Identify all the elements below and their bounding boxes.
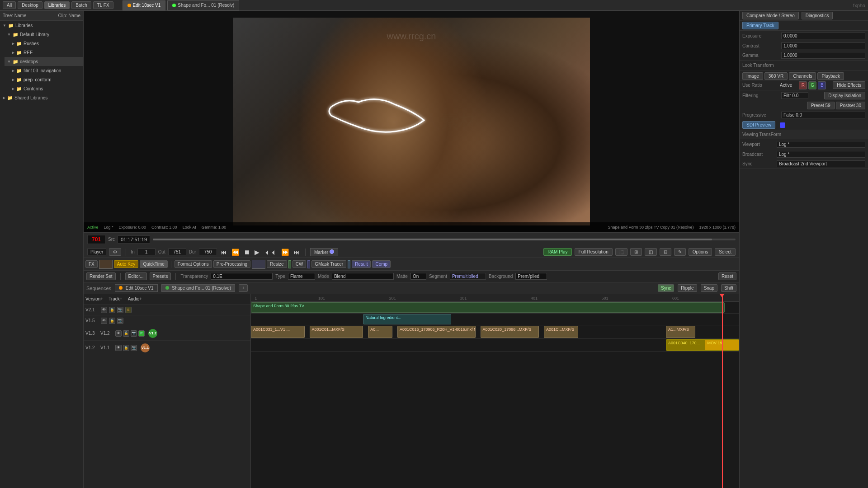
- timeline-tab-shape[interactable]: Shape and Fo... 01 (Resolve): [161, 284, 235, 292]
- options-btn[interactable]: Options: [689, 248, 712, 256]
- sidebar-item-shared-libs[interactable]: ▶ 📁 Shared Libraries: [0, 93, 83, 102]
- timeline-tab-edit[interactable]: Edit 10sec V1: [115, 284, 158, 292]
- sync-btn[interactable]: Sync: [658, 284, 674, 292]
- track-cam-btn[interactable]: 📷: [131, 345, 137, 351]
- compare-mode-btn[interactable]: Compare Mode / Stereo: [742, 12, 799, 19]
- stop-btn[interactable]: ⏹: [243, 249, 251, 255]
- out-value[interactable]: 751: [168, 249, 186, 255]
- workspace-libraries[interactable]: Libraries: [44, 1, 70, 9]
- audio-plus-label[interactable]: Audio+: [128, 296, 142, 301]
- clip-a001c033[interactable]: A001C033_1...V1 ...: [251, 326, 305, 338]
- ram-play-btn[interactable]: RAM Play: [543, 248, 571, 256]
- track-eye-btn[interactable]: 👁: [115, 345, 122, 351]
- tab-shape-form[interactable]: Shape and Fo... 01 (Resolv): [167, 0, 239, 10]
- version-label[interactable]: Version+: [85, 296, 103, 301]
- fx-btn[interactable]: FX: [85, 260, 98, 268]
- progressive-input[interactable]: [781, 112, 865, 118]
- track-cam-btn[interactable]: 📷: [117, 307, 123, 313]
- sdi-preview-btn[interactable]: SDI Preview: [742, 121, 775, 129]
- workspace-tlfx[interactable]: TL FX: [93, 1, 113, 9]
- channels-btn[interactable]: Channels: [789, 72, 816, 80]
- image-btn[interactable]: Image: [742, 72, 763, 80]
- format-options-btn[interactable]: Format Options: [175, 260, 212, 268]
- contrast-input[interactable]: 1.0000: [781, 42, 865, 49]
- transport-view-btn[interactable]: ◫: [645, 248, 657, 256]
- hide-effects-btn[interactable]: Hide Effects: [833, 81, 865, 89]
- go-to-start-btn[interactable]: ⏮: [220, 249, 228, 255]
- workspace-all[interactable]: All: [3, 1, 16, 9]
- render-set-btn[interactable]: Render Set: [86, 272, 116, 280]
- mode-input[interactable]: Blend: [332, 273, 394, 280]
- next-frame-btn[interactable]: ⏩: [280, 249, 290, 255]
- gmask-tracer-btn[interactable]: GMask Tracer: [311, 260, 346, 268]
- pre-processing-btn[interactable]: Pre-Processing: [213, 260, 250, 268]
- track-p-btn[interactable]: P: [138, 330, 145, 337]
- track-lock-btn[interactable]: 🔒: [109, 318, 115, 324]
- gamma-input[interactable]: 1.0000: [781, 52, 865, 59]
- primary-track-btn[interactable]: Primary Track: [742, 22, 778, 29]
- play-btn[interactable]: ▶: [254, 249, 260, 255]
- auto-key-btn[interactable]: Auto Key: [114, 260, 139, 268]
- transparency-input[interactable]: 0.1E: [211, 273, 273, 280]
- go-to-end-btn[interactable]: ⏭: [292, 249, 301, 255]
- editor-btn[interactable]: Editor...: [125, 272, 147, 280]
- sync-input[interactable]: Broadcast 2nd Viewport: [777, 160, 865, 167]
- track-eye-btn[interactable]: 👁: [101, 318, 107, 324]
- track-eye-btn[interactable]: 👁: [115, 330, 122, 337]
- prev-frame-btn[interactable]: ⏪: [231, 249, 240, 255]
- background-input[interactable]: Prem/plied: [515, 273, 547, 280]
- track-plus-label[interactable]: Track+: [108, 296, 122, 301]
- track-lock-btn[interactable]: 🔒: [123, 345, 129, 351]
- in-value[interactable]: 1: [137, 249, 156, 255]
- filtering-input[interactable]: [781, 92, 808, 99]
- type-input[interactable]: Flame: [288, 273, 315, 280]
- exposure-input[interactable]: 0.0000: [781, 33, 865, 39]
- timeline-content[interactable]: 1 101 201 301 401 501 601 701 Shape and …: [251, 294, 739, 488]
- playhead[interactable]: [722, 294, 723, 488]
- workspace-desktop[interactable]: Desktop: [18, 1, 42, 9]
- channel-g-btn[interactable]: G: [808, 81, 816, 89]
- transport-slider[interactable]: [153, 239, 736, 240]
- broadcast-input[interactable]: Log *: [777, 151, 865, 158]
- preset-btn[interactable]: Preset 59: [807, 102, 835, 109]
- workspace-batch[interactable]: Batch: [71, 1, 91, 9]
- clip-a001c-extra[interactable]: A001C...MXF/S: [544, 326, 578, 338]
- select-btn[interactable]: Select: [715, 248, 736, 256]
- track-lock-btn[interactable]: 🔒: [123, 330, 129, 337]
- clip-a0[interactable]: A0...: [368, 326, 392, 338]
- vr360-btn[interactable]: 360 VR: [764, 72, 788, 80]
- sidebar-item-ref[interactable]: ▶ 📁 REF: [9, 48, 83, 57]
- sidebar-item-conforms[interactable]: ▶ 📁 Conforms: [9, 84, 83, 93]
- track-lock-btn[interactable]: 🔒: [109, 307, 115, 313]
- display-isolation-btn[interactable]: Display Isolation: [824, 92, 865, 99]
- result-btn[interactable]: Result: [352, 260, 371, 268]
- sidebar-item-prep-conform[interactable]: ▶ 📁 prep_conform: [9, 75, 83, 84]
- marker-btn[interactable]: Marker: [310, 248, 338, 256]
- channel-b-btn[interactable]: B: [818, 81, 826, 89]
- snap-btn[interactable]: Snap: [701, 284, 717, 292]
- track-s-btn[interactable]: S: [125, 307, 132, 313]
- viewport-input[interactable]: Log *: [777, 141, 865, 148]
- clip-a001c01[interactable]: A001C01...MXF/S: [310, 326, 363, 338]
- sidebar-item-desktops[interactable]: ▼ 📁 desktops: [5, 57, 83, 66]
- full-resolution-btn[interactable]: Full Resolution: [575, 248, 613, 256]
- clip-a001c016[interactable]: A001C016_170906_R20H_V1-0016.mxf MVI: [397, 326, 476, 338]
- playback-btn[interactable]: Playback: [817, 72, 844, 80]
- frame-number[interactable]: 701: [87, 235, 105, 244]
- ripple-btn[interactable]: Ripple: [678, 284, 697, 292]
- presets-btn[interactable]: Presets: [150, 272, 171, 280]
- segment-input[interactable]: Premultiplied: [450, 273, 486, 280]
- add-sequence-btn[interactable]: +: [239, 284, 248, 292]
- transport-extra-btn[interactable]: ⊟: [660, 248, 671, 256]
- shift-btn[interactable]: Shift: [721, 284, 736, 292]
- transport-icons-btn[interactable]: ⬚: [615, 248, 627, 256]
- clip-natural[interactable]: Natural Ingredient...: [363, 314, 451, 324]
- play-reverse-btn[interactable]: ⏴⏴: [263, 249, 278, 255]
- clip-a1[interactable]: A1...MXF/S: [666, 326, 695, 338]
- channel-r-btn[interactable]: R: [799, 81, 807, 89]
- track-cam-btn[interactable]: 📷: [117, 318, 123, 324]
- track-cam-btn[interactable]: 📷: [131, 330, 137, 337]
- clip-shape-form[interactable]: Shape and Form 30 2fps TV ...: [251, 302, 725, 313]
- transport-grid-btn[interactable]: ⊞: [630, 248, 642, 256]
- sidebar-item-rushes[interactable]: ▶ 📁 Rushes: [9, 39, 83, 48]
